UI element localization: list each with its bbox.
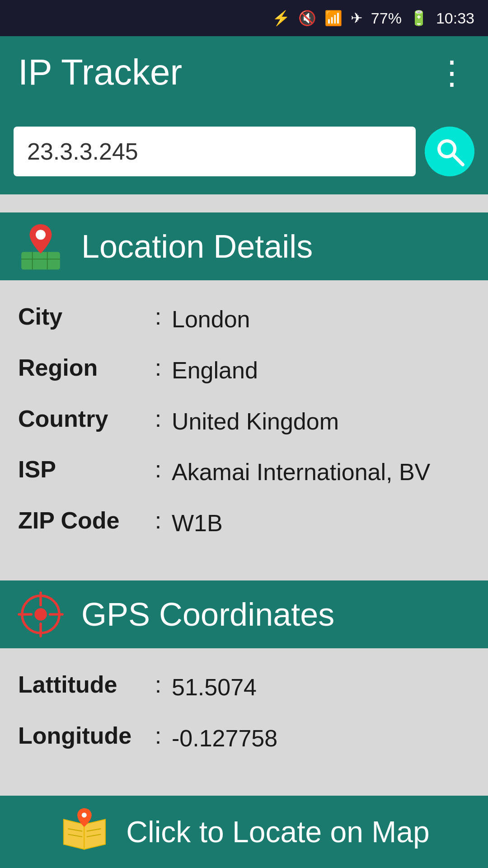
crosshair-icon xyxy=(16,590,66,639)
location-details-header: Location Details xyxy=(0,212,488,280)
gps-header-icon xyxy=(14,587,68,642)
map-book-icon xyxy=(58,805,113,859)
longitude-label: Longitude xyxy=(18,722,145,749)
zip-label: ZIP Code xyxy=(18,507,145,534)
gps-details-table: Lattitude : 51.5074 Longitude : -0.12775… xyxy=(0,648,488,778)
latitude-colon: : xyxy=(145,671,172,698)
battery-level: 77% xyxy=(371,9,402,27)
app-title: IP Tracker xyxy=(18,52,182,93)
section-divider xyxy=(0,562,488,580)
location-details-table: City : London Region : England Country :… xyxy=(0,280,488,562)
location-details-title: Location Details xyxy=(81,228,313,265)
region-label: Region xyxy=(18,354,145,381)
city-label: City xyxy=(18,303,145,330)
table-row: ISP : Akamai International, BV xyxy=(18,447,470,498)
country-colon: : xyxy=(145,405,172,432)
search-container xyxy=(14,127,474,176)
ip-search-input[interactable] xyxy=(14,127,416,176)
search-button[interactable] xyxy=(425,127,474,176)
svg-point-8 xyxy=(34,608,47,621)
app-bar: IP Tracker ⋮ xyxy=(0,36,488,108)
table-row: City : London xyxy=(18,294,470,345)
bluetooth-icon: ⚡ xyxy=(272,9,290,27)
table-row: Lattitude : 51.5074 xyxy=(18,662,470,713)
zip-value: W1B xyxy=(172,507,470,540)
status-bar: ⚡ 🔇 📶 ✈ 77% 🔋 10:33 xyxy=(0,0,488,36)
battery-icon: 🔋 xyxy=(410,9,428,27)
svg-line-1 xyxy=(454,156,463,165)
latitude-value: 51.5074 xyxy=(172,671,470,704)
country-label: Country xyxy=(18,405,145,432)
table-row: Longitude : -0.127758 xyxy=(18,713,470,764)
search-icon xyxy=(434,136,465,167)
svg-point-17 xyxy=(82,812,87,817)
region-value: England xyxy=(172,354,470,387)
table-row: Region : England xyxy=(18,345,470,396)
zip-colon: : xyxy=(145,507,172,534)
wifi-icon: 📶 xyxy=(324,9,343,27)
longitude-value: -0.127758 xyxy=(172,722,470,755)
mute-icon: 🔇 xyxy=(298,9,316,27)
map-book-svg xyxy=(61,807,110,857)
airplane-icon: ✈ xyxy=(351,9,363,27)
table-row: ZIP Code : W1B xyxy=(18,498,470,549)
isp-value: Akamai International, BV xyxy=(172,456,470,489)
longitude-colon: : xyxy=(145,722,172,749)
city-colon: : xyxy=(145,303,172,330)
region-colon: : xyxy=(145,354,172,381)
locate-on-map-button[interactable]: Click to Locate on Map xyxy=(0,796,488,868)
svg-point-6 xyxy=(36,230,46,240)
city-value: London xyxy=(172,303,470,336)
main-content: Location Details City : London Region : … xyxy=(0,194,488,868)
isp-label: ISP xyxy=(18,456,145,483)
table-row: Country : United Kingdom xyxy=(18,396,470,447)
clock: 10:33 xyxy=(436,9,474,27)
location-header-icon xyxy=(14,219,68,274)
svg-rect-2 xyxy=(21,252,60,269)
gps-title: GPS Coordinates xyxy=(81,596,334,633)
locate-on-map-label: Click to Locate on Map xyxy=(126,815,429,849)
menu-button[interactable]: ⋮ xyxy=(436,56,470,89)
search-section xyxy=(0,108,488,194)
map-pin-icon xyxy=(16,222,66,271)
country-value: United Kingdom xyxy=(172,405,470,438)
gps-coordinates-header: GPS Coordinates xyxy=(0,580,488,648)
latitude-label: Lattitude xyxy=(18,671,145,698)
isp-colon: : xyxy=(145,456,172,483)
